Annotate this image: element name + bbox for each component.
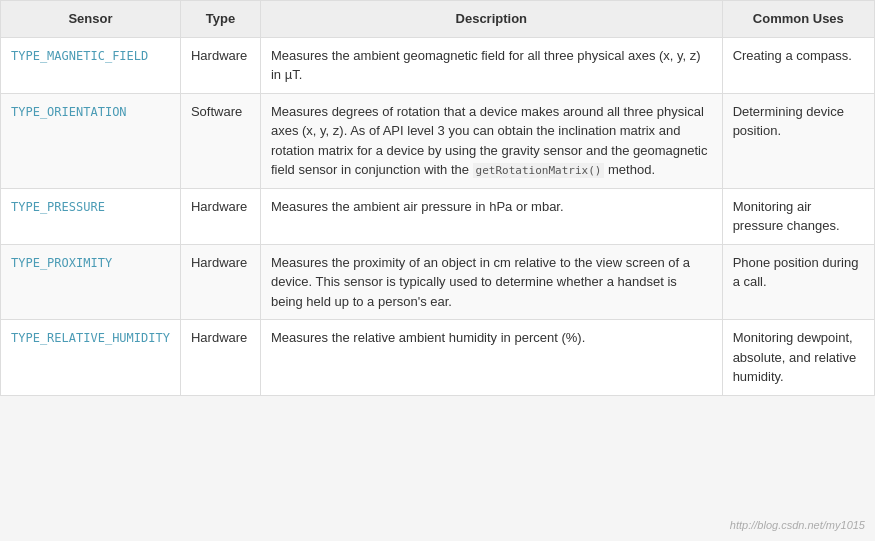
sensor-uses: Creating a compass. [722, 37, 874, 93]
col-header-type: Type [180, 1, 260, 38]
table-row: TYPE_RELATIVE_HUMIDITY Hardware Measures… [1, 320, 875, 396]
col-header-uses: Common Uses [722, 1, 874, 38]
sensor-table: Sensor Type Description Common Uses TYPE… [0, 0, 875, 396]
col-header-sensor: Sensor [1, 1, 181, 38]
sensor-name[interactable]: TYPE_ORIENTATION [1, 93, 181, 188]
sensor-name[interactable]: TYPE_MAGNETIC_FIELD [1, 37, 181, 93]
sensor-type: Hardware [180, 188, 260, 244]
sensor-description: Measures the relative ambient humidity i… [260, 320, 722, 396]
sensor-description: Measures the ambient air pressure in hPa… [260, 188, 722, 244]
table-row: TYPE_PROXIMITY Hardware Measures the pro… [1, 244, 875, 320]
sensor-description: Measures the proximity of an object in c… [260, 244, 722, 320]
sensor-type: Hardware [180, 244, 260, 320]
description-text-part2: method. [604, 162, 655, 177]
sensor-name[interactable]: TYPE_RELATIVE_HUMIDITY [1, 320, 181, 396]
sensor-uses: Determining device position. [722, 93, 874, 188]
table-row: TYPE_ORIENTATION Software Measures degre… [1, 93, 875, 188]
table-row: TYPE_MAGNETIC_FIELD Hardware Measures th… [1, 37, 875, 93]
sensor-type: Hardware [180, 320, 260, 396]
sensor-description: Measures degrees of rotation that a devi… [260, 93, 722, 188]
watermark-text: http://blog.csdn.net/my1015 [730, 519, 865, 531]
sensor-uses: Monitoring dewpoint, absolute, and relat… [722, 320, 874, 396]
sensor-uses: Monitoring air pressure changes. [722, 188, 874, 244]
table-row: TYPE_PRESSURE Hardware Measures the ambi… [1, 188, 875, 244]
sensor-uses: Phone position during a call. [722, 244, 874, 320]
sensor-name[interactable]: TYPE_PRESSURE [1, 188, 181, 244]
sensor-type: Software [180, 93, 260, 188]
sensor-name[interactable]: TYPE_PROXIMITY [1, 244, 181, 320]
code-snippet: getRotationMatrix() [473, 163, 605, 178]
col-header-description: Description [260, 1, 722, 38]
sensor-type: Hardware [180, 37, 260, 93]
sensor-description: Measures the ambient geomagnetic field f… [260, 37, 722, 93]
